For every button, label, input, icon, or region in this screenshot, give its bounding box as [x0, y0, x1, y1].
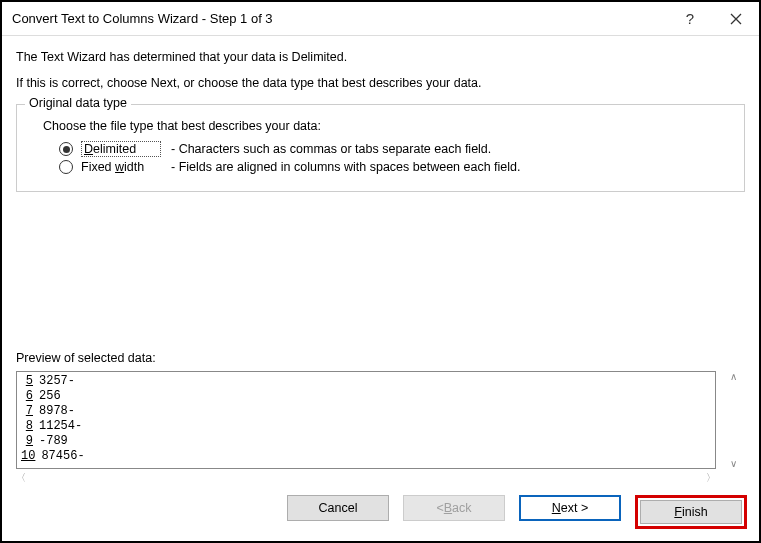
preview-row: 9 -789 [21, 434, 711, 449]
wizard-dialog: Convert Text to Columns Wizard - Step 1 … [0, 0, 761, 543]
close-icon [730, 13, 742, 25]
radio-fixed-width[interactable]: Fixed width - Fields are aligned in colu… [59, 160, 732, 174]
preview-scroll-horizontal[interactable]: 〈 〉 [16, 471, 716, 485]
original-data-type-group: Original data type Choose the file type … [16, 104, 745, 192]
radio-delimited-input[interactable] [59, 142, 73, 156]
back-button: < Back [403, 495, 505, 521]
radio-fixed-width-label: Fixed width [81, 160, 161, 174]
radio-delimited-label: Delimited [81, 141, 161, 157]
preview-area: 5 3257- 6 256 7 8978- 8 11254- 9 -789 10… [16, 371, 745, 479]
scroll-down-icon: ∨ [730, 458, 737, 469]
preview-row: 10 87456- [21, 449, 711, 464]
spacer [16, 204, 745, 351]
scroll-up-icon: ∧ [730, 371, 737, 382]
preview-label: Preview of selected data: [16, 351, 745, 365]
radio-delimited[interactable]: Delimited - Characters such as commas or… [59, 141, 732, 157]
preview-scroll-vertical[interactable]: ∧ ∨ [726, 371, 740, 469]
titlebar: Convert Text to Columns Wizard - Step 1 … [2, 2, 759, 36]
group-legend: Original data type [25, 96, 131, 110]
next-button[interactable]: Next > [519, 495, 621, 521]
preview-row: 6 256 [21, 389, 711, 404]
preview-row: 8 11254- [21, 419, 711, 434]
preview-row: 5 3257- [21, 374, 711, 389]
dialog-title: Convert Text to Columns Wizard - Step 1 … [12, 11, 667, 26]
cancel-button[interactable]: Cancel [287, 495, 389, 521]
intro-text-1: The Text Wizard has determined that your… [16, 50, 745, 64]
dialog-content: The Text Wizard has determined that your… [2, 36, 759, 485]
radio-fixed-width-input[interactable] [59, 160, 73, 174]
radio-delimited-desc: - Characters such as commas or tabs sepa… [171, 142, 491, 156]
finish-button[interactable]: Finish [640, 500, 742, 524]
close-button[interactable] [713, 2, 759, 36]
radio-fixed-width-desc: - Fields are aligned in columns with spa… [171, 160, 521, 174]
intro-text-2: If this is correct, choose Next, or choo… [16, 76, 745, 90]
finish-button-highlight: Finish [635, 495, 747, 529]
choose-text: Choose the file type that best describes… [43, 119, 732, 133]
preview-row: 7 8978- [21, 404, 711, 419]
scroll-right-icon: 〉 [706, 471, 716, 485]
help-button[interactable]: ? [667, 2, 713, 36]
button-row: Cancel < Back Next > Finish [2, 485, 759, 541]
scroll-left-icon: 〈 [16, 471, 26, 485]
preview-box: 5 3257- 6 256 7 8978- 8 11254- 9 -789 10… [16, 371, 716, 469]
